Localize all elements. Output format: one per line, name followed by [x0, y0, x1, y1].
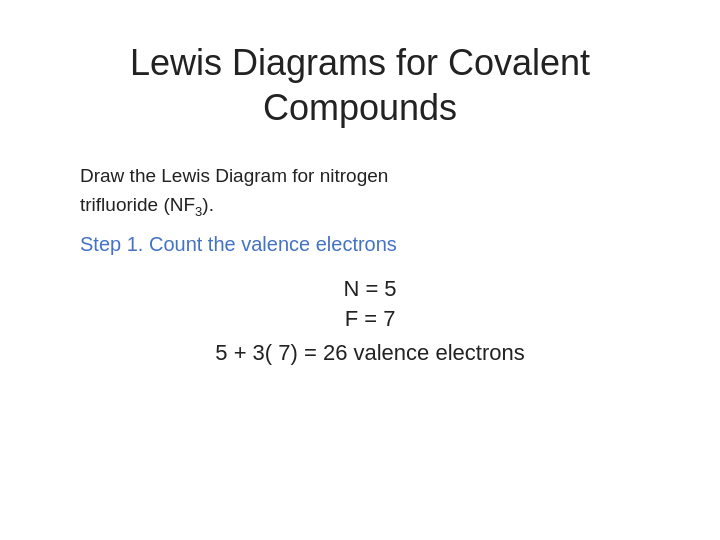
content-block: Draw the Lewis Diagram for nitrogen trif…	[60, 162, 660, 366]
step-label: Step 1. Count the valence electrons	[80, 233, 397, 256]
draw-instruction: Draw the Lewis Diagram for nitrogen trif…	[80, 162, 388, 221]
title-line2: Compounds	[263, 87, 457, 128]
equations-block: N = 5 F = 7 5 + 3( 7) = 26 valence elect…	[80, 276, 660, 366]
equation-f: F = 7	[345, 306, 396, 332]
title-line1: Lewis Diagrams for Covalent	[130, 42, 590, 83]
equation-n: N = 5	[343, 276, 396, 302]
slide: Lewis Diagrams for Covalent Compounds Dr…	[0, 0, 720, 540]
slide-title: Lewis Diagrams for Covalent Compounds	[60, 40, 660, 130]
title-block: Lewis Diagrams for Covalent Compounds	[60, 40, 660, 130]
final-equation: 5 + 3( 7) = 26 valence electrons	[215, 340, 524, 366]
